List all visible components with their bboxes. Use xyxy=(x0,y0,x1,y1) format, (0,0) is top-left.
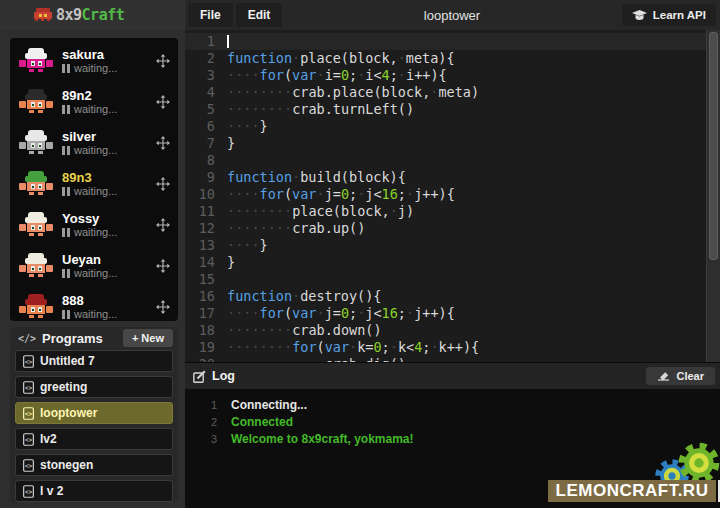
player-status: waiting... xyxy=(62,267,156,280)
code-line[interactable]: ····} xyxy=(227,237,268,254)
logo: 8x9 Craft xyxy=(0,0,185,30)
file-icon: <> xyxy=(23,433,34,446)
code-line[interactable]: ············crab.dig() xyxy=(227,356,406,362)
program-label: looptower xyxy=(40,406,97,420)
graduation-cap-icon xyxy=(632,10,647,21)
line-number: 19 xyxy=(185,339,215,356)
move-icon[interactable] xyxy=(156,95,170,109)
player-row[interactable]: 89n2waiting... xyxy=(10,81,178,122)
code-line[interactable]: function·build(block){ xyxy=(227,169,406,186)
code-line[interactable]: ········crab.turnLeft() xyxy=(227,101,414,118)
code-line[interactable]: ········crab.up() xyxy=(227,220,365,237)
svg-text:<>: <> xyxy=(25,435,33,443)
move-icon[interactable] xyxy=(156,136,170,150)
learn-api-button[interactable]: Learn API xyxy=(622,4,716,26)
player-status: waiting... xyxy=(62,103,156,116)
player-name: Yossy xyxy=(62,211,156,226)
scrollbar-thumb[interactable] xyxy=(709,32,718,260)
move-icon[interactable] xyxy=(156,177,170,191)
move-icon[interactable] xyxy=(156,54,170,68)
log-message: Connecting... xyxy=(231,397,307,414)
crab-avatar xyxy=(19,253,53,279)
line-number: 14 xyxy=(185,254,215,271)
player-name: 89n2 xyxy=(62,88,156,103)
player-row[interactable]: sakurawaiting... xyxy=(10,40,178,81)
code-line[interactable]: ········crab.down() xyxy=(227,322,382,339)
code-line[interactable]: function·destroy(){ xyxy=(227,288,381,305)
player-status: waiting... xyxy=(62,226,156,239)
log-message: Welcome to 8x9craft, yokmama! xyxy=(231,431,414,448)
pause-icon xyxy=(62,310,70,319)
player-row[interactable]: 89n3waiting... xyxy=(10,163,178,204)
code-line[interactable] xyxy=(227,33,229,50)
line-number: 4 xyxy=(185,84,215,101)
code-line[interactable]: ········for(var·k=0;·k<4;·k++){ xyxy=(227,339,479,356)
program-item[interactable]: <>l v 2 xyxy=(15,480,173,502)
player-row[interactable]: 888waiting... xyxy=(10,286,178,321)
code-line[interactable]: ········crab.place(block,·meta) xyxy=(227,84,479,101)
crab-avatar xyxy=(19,130,53,156)
svg-text:<>: <> xyxy=(25,357,33,365)
move-icon[interactable] xyxy=(156,300,170,314)
svg-text:<>: <> xyxy=(25,409,33,417)
log-line: 2Connected xyxy=(185,414,720,431)
crab-avatar xyxy=(19,212,53,238)
file-icon: <> xyxy=(23,485,34,498)
logo-text-craft: Craft xyxy=(82,6,125,24)
edit-menu[interactable]: Edit xyxy=(236,3,283,27)
pause-icon xyxy=(62,146,70,155)
code-line[interactable]: ········place(block,·j) xyxy=(227,203,414,220)
new-program-button[interactable]: + New xyxy=(123,329,173,347)
code-editor[interactable]: 12function·place(block,·meta){3····for(v… xyxy=(185,30,720,362)
program-item[interactable]: <>looptower xyxy=(15,402,173,424)
player-name: 89n3 xyxy=(62,170,156,185)
player-row[interactable]: Ueyanwaiting... xyxy=(10,245,178,286)
clear-log-button[interactable]: Clear xyxy=(646,367,715,385)
program-label: Untitled 7 xyxy=(40,354,95,368)
line-number: 16 xyxy=(185,288,215,305)
file-icon: <> xyxy=(23,459,34,472)
code-line[interactable]: ····for(var·j=0;·j<16;·j++){ xyxy=(227,186,455,203)
crab-logo-icon xyxy=(33,7,53,23)
code-lines: 12function·place(block,·meta){3····for(v… xyxy=(185,30,720,362)
player-status: waiting... xyxy=(62,308,156,321)
move-icon[interactable] xyxy=(156,218,170,232)
move-icon[interactable] xyxy=(156,259,170,273)
line-number: 8 xyxy=(185,152,215,169)
document-title: looptower xyxy=(424,8,480,23)
svg-text:<>: <> xyxy=(25,487,33,495)
program-item[interactable]: <>Untitled 7 xyxy=(15,350,173,372)
code-line[interactable]: ····} xyxy=(227,118,268,135)
file-icon: <> xyxy=(23,355,34,368)
program-item[interactable]: <>stonegen xyxy=(15,454,173,476)
svg-text:<>: <> xyxy=(25,383,33,391)
code-line[interactable]: ····for(var·i=0;·i<4;·i++){ xyxy=(227,67,447,84)
program-label: greeting xyxy=(40,380,87,394)
player-name: Ueyan xyxy=(62,252,156,267)
lemoncraft-watermark[interactable]: LEMONCRAFT.RU xyxy=(548,480,716,502)
line-number: 3 xyxy=(185,67,215,84)
player-row[interactable]: Yossywaiting... xyxy=(10,204,178,245)
editor-scrollbar[interactable] xyxy=(706,30,720,362)
pause-icon xyxy=(62,269,70,278)
code-line[interactable]: ····for(var·j=0;·j<16;·j++){ xyxy=(227,305,455,322)
code-line[interactable]: function·place(block,·meta){ xyxy=(227,50,455,67)
line-number: 7 xyxy=(185,135,215,152)
player-name: silver xyxy=(62,129,156,144)
file-menu[interactable]: File xyxy=(188,3,233,27)
program-item[interactable]: <>lv2 xyxy=(15,428,173,450)
programs-header: </> Programs + New xyxy=(10,327,178,347)
code-line[interactable]: } xyxy=(227,254,235,271)
file-icon: <> xyxy=(23,407,34,420)
program-item[interactable]: <>greeting xyxy=(15,376,173,398)
crab-avatar xyxy=(19,89,53,115)
sidebar: sakurawaiting...89n2waiting...silverwait… xyxy=(0,30,185,508)
pause-icon xyxy=(62,228,70,237)
log-line-number: 1 xyxy=(185,397,217,414)
code-line[interactable]: } xyxy=(227,135,235,152)
player-row[interactable]: silverwaiting... xyxy=(10,122,178,163)
programs-title: Programs xyxy=(42,331,123,346)
crab-avatar xyxy=(19,171,53,197)
player-status: waiting... xyxy=(62,62,156,75)
log-message: Connected xyxy=(231,414,293,431)
